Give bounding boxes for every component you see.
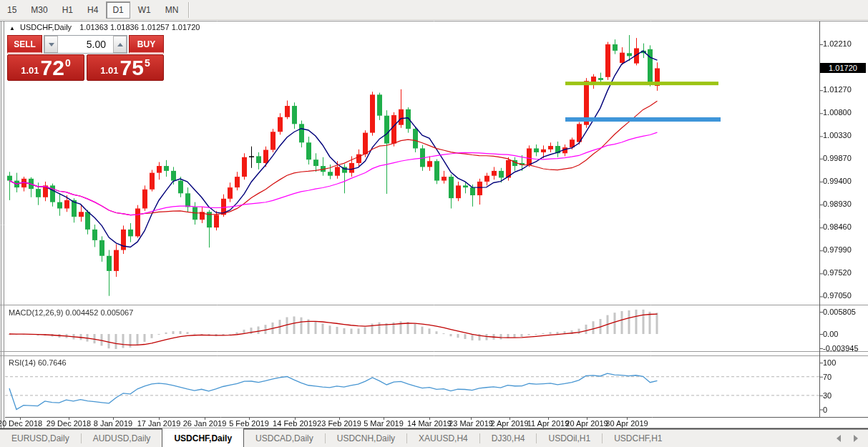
timeframe-button-h1[interactable]: H1 (56, 1, 79, 19)
timeframe-button-15[interactable]: 15 (1, 1, 23, 19)
tab-scroll-arrows (824, 430, 868, 447)
volume-decrease-button[interactable] (44, 36, 58, 53)
tab-usdcad-daily[interactable]: USDCAD,Daily (244, 430, 325, 447)
volume-input[interactable]: 5.00 (58, 36, 113, 53)
tab-eurusd-daily[interactable]: EURUSD,Daily (0, 430, 81, 447)
date-axis-label: 2 Apr 2019 (490, 419, 528, 428)
tab-xauusd-h4[interactable]: XAUUSD,H4 (407, 430, 479, 447)
sell-price-main: 72 (41, 57, 64, 79)
price-axis-label: 1.02210 (823, 39, 852, 48)
date-axis-label: 20 Apr 2019 (565, 419, 608, 428)
price-axis-label: 0.97050 (823, 291, 852, 300)
date-axis-label: 23 Feb 2019 (317, 419, 361, 428)
buy-button[interactable]: BUY (129, 35, 164, 54)
price-axis-label: 1.00330 (823, 131, 852, 139)
date-axis-label: 5 Mar 2019 (364, 419, 404, 428)
date-axis-label: 20 Dec 2018 (0, 419, 42, 428)
macd-indicator-label: MACD(12,26,9) 0.004452 0.005067 (9, 308, 133, 317)
macd-axis-label: 0.005805 (823, 308, 856, 316)
buy-price-button[interactable]: 1.01755 (87, 54, 164, 81)
price-axis-label: 0.98930 (823, 200, 852, 208)
sell-button[interactable]: SELL (7, 35, 42, 54)
one-click-trade-panel: SELL 5.00 BUY 1.01720 1.01755 (7, 35, 164, 81)
rsi-axis-label: 100 (823, 358, 836, 367)
timeframe-button-d1[interactable]: D1 (106, 1, 130, 19)
date-axis-label: 5 Feb 2019 (229, 419, 269, 428)
timeframe-button-mn[interactable]: MN (159, 1, 185, 19)
current-price-badge: 1.01720 (820, 63, 866, 73)
trading-platform-window: 15M30H1H4D1W1MN ▲ USDCHF,Daily 1.01363 1… (0, 0, 868, 447)
date-axis-label: 14 Feb 2019 (273, 419, 317, 428)
tab-dj30-h4[interactable]: DJ30,H4 (480, 430, 537, 447)
symbol-tab-bar: EURUSD,DailyAUDUSD,DailyUSDCHF,DailyUSDC… (0, 430, 868, 447)
volume-spinner: 5.00 (44, 35, 127, 54)
macd-axis-label: 0.00 (823, 330, 838, 338)
rsi-axis-label: 70 (823, 373, 832, 381)
rsi-indicator-label: RSI(14) 60.7646 (9, 358, 67, 367)
date-axis-label: 11 Apr 2019 (527, 419, 570, 428)
timeframe-toolbar: 15M30H1H4D1W1MN (0, 0, 868, 20)
date-axis-label: 23 Mar 2019 (449, 419, 493, 428)
buy-price-main: 75 (120, 57, 144, 79)
price-axis-label: 0.97990 (823, 245, 852, 254)
collapse-arrow-icon[interactable]: ▲ (9, 25, 15, 31)
volume-increase-button[interactable] (113, 36, 127, 53)
date-axis-label: 26 Jan 2019 (183, 419, 227, 428)
tab-usdchf-h1[interactable]: USDCHF,H1 (603, 430, 673, 447)
date-axis-label: 30 Apr 2019 (605, 419, 648, 428)
sell-price-prefix: 1.01 (21, 65, 39, 76)
macd-axis-label: -0.003945 (823, 344, 859, 353)
tab-scroll-right-icon[interactable] (854, 435, 858, 442)
rsi-axis-label: 30 (823, 391, 832, 400)
timeframe-button-w1[interactable]: W1 (132, 1, 157, 19)
buy-price-prefix: 1.01 (100, 65, 118, 76)
price-axis-label: 0.99870 (823, 154, 852, 162)
sell-price-pip: 0 (65, 57, 71, 69)
rsi-axis-label: 0 (823, 406, 827, 414)
price-axis-label: 0.97520 (823, 268, 852, 277)
chart-symbol-label: USDCHF,Daily (20, 23, 72, 31)
tab-scroll-left-icon[interactable] (837, 435, 841, 442)
date-axis-label: 8 Jan 2019 (94, 419, 132, 428)
timeframe-button-h4[interactable]: H4 (81, 1, 104, 19)
tab-usdchf-daily[interactable]: USDCHF,Daily (162, 428, 244, 447)
price-axis-label: 1.00800 (823, 108, 852, 117)
tab-audusd-daily[interactable]: AUDUSD,Daily (82, 430, 162, 447)
timeframe-button-m30[interactable]: M30 (24, 1, 54, 19)
buy-price-pip: 5 (145, 57, 150, 69)
chart-title: ▲ USDCHF,Daily 1.01363 1.01836 1.01257 1… (9, 23, 200, 31)
price-axis-label: 1.01270 (823, 85, 852, 94)
price-axis-label: 0.98460 (823, 222, 852, 231)
sell-price-button[interactable]: 1.01720 (7, 54, 84, 81)
toolbar-separator (188, 2, 190, 18)
date-axis-label: 17 Jan 2019 (137, 419, 181, 428)
triangle-up-icon (117, 43, 123, 46)
chart-ohlc-values: 1.01363 1.01836 1.01257 1.01720 (79, 23, 200, 31)
tab-usdcnh-daily[interactable]: USDCNH,Daily (326, 430, 406, 447)
price-axis-label: 0.99400 (823, 177, 852, 185)
date-axis-label: 14 Mar 2019 (407, 419, 452, 428)
triangle-down-icon (49, 43, 54, 46)
date-axis-label: 29 Dec 2018 (47, 419, 91, 428)
tab-usdoil-h1[interactable]: USDOil,H1 (537, 430, 602, 447)
